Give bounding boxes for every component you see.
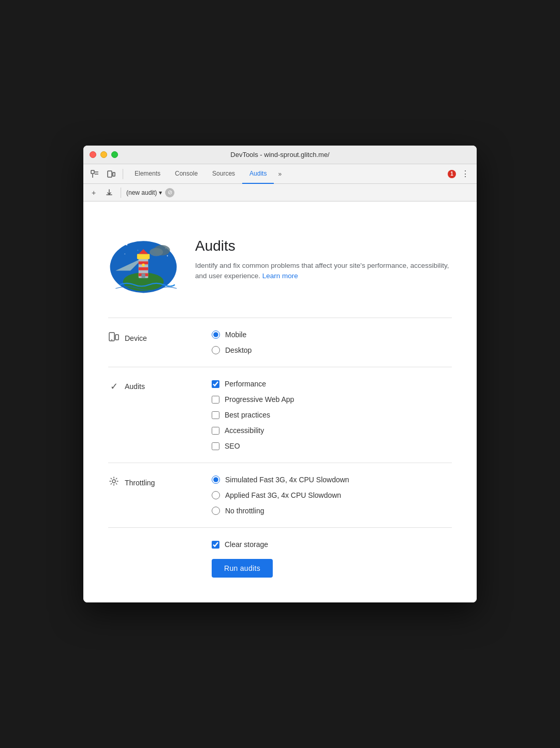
audits-options: Performance Progressive Web App Best pra… <box>212 380 294 450</box>
gear-icon <box>108 477 120 488</box>
tab-console[interactable]: Console <box>168 164 205 184</box>
svg-rect-2 <box>113 172 115 176</box>
audit-best-practices-label: Best practices <box>225 411 270 419</box>
audit-seo-label: SEO <box>225 442 240 450</box>
throttling-applied-radio[interactable] <box>212 491 220 499</box>
audit-accessibility-label: Accessibility <box>225 426 264 435</box>
device-mobile-label: Mobile <box>225 330 246 339</box>
audit-pwa-option[interactable]: Progressive Web App <box>212 395 294 404</box>
svg-point-26 <box>111 339 112 340</box>
svg-point-13 <box>150 248 163 256</box>
error-count: 1 <box>448 170 456 178</box>
maximize-button[interactable] <box>111 151 118 158</box>
audit-name: (new audit) <box>126 189 157 196</box>
audit-performance-checkbox[interactable] <box>212 380 219 388</box>
throttling-options: Simulated Fast 3G, 4x CPU Slowdown Appli… <box>212 476 349 515</box>
tab-bar: Elements Console Sources Audits » <box>127 164 286 184</box>
traffic-lights <box>90 151 118 158</box>
inspect-element-button[interactable] <box>87 167 102 181</box>
device-options: Mobile Desktop <box>212 330 252 354</box>
cancel-audit-button[interactable]: ⊘ <box>165 188 174 197</box>
audit-seo-option[interactable]: SEO <box>212 442 294 450</box>
audit-best-practices-checkbox[interactable] <box>212 411 219 419</box>
svg-point-9 <box>167 255 168 256</box>
device-desktop-option[interactable]: Desktop <box>212 346 252 354</box>
clear-storage-label: Clear storage <box>225 540 268 549</box>
audit-seo-checkbox[interactable] <box>212 442 219 450</box>
learn-more-link[interactable]: Learn more <box>262 272 298 280</box>
checkmark-icon: ✓ <box>108 381 120 392</box>
secondary-divider <box>121 188 121 198</box>
svg-rect-20 <box>137 254 150 259</box>
close-button[interactable] <box>90 151 96 158</box>
new-audit-button[interactable]: + <box>87 186 100 199</box>
more-options-button[interactable]: ⋮ <box>458 167 473 181</box>
hero-title: Audits <box>195 238 452 254</box>
svg-point-23 <box>142 264 145 267</box>
throttling-applied-option[interactable]: Applied Fast 3G, 4x CPU Slowdown <box>212 491 349 499</box>
audit-pwa-label: Progressive Web App <box>225 395 294 404</box>
main-content: Audits Identify and fix common problems … <box>83 202 477 602</box>
hero-section: Audits Identify and fix common problems … <box>108 218 452 301</box>
toolbar-divider <box>123 169 123 179</box>
hero-description: Identify and fix common problems that af… <box>195 261 452 282</box>
svg-point-4 <box>126 244 127 246</box>
device-toolbar-button[interactable] <box>104 167 119 181</box>
minimize-button[interactable] <box>100 151 107 158</box>
audit-accessibility-option[interactable]: Accessibility <box>212 426 294 435</box>
throttling-none-label: No throttling <box>225 507 264 515</box>
devtools-toolbar: Elements Console Sources Audits » 1 ⋮ <box>83 164 477 184</box>
svg-rect-18 <box>139 267 149 270</box>
device-desktop-radio[interactable] <box>212 346 220 354</box>
audit-performance-label: Performance <box>225 380 266 388</box>
svg-point-8 <box>124 254 125 254</box>
svg-point-27 <box>112 480 115 483</box>
devtools-window: DevTools - wind-sprout.glitch.me/ Elemen… <box>83 146 477 602</box>
tab-sources[interactable]: Sources <box>205 164 242 184</box>
audit-performance-option[interactable]: Performance <box>212 380 294 388</box>
tab-elements[interactable]: Elements <box>127 164 168 184</box>
dropdown-icon: ▾ <box>159 189 162 196</box>
device-mobile-radio[interactable] <box>212 330 220 339</box>
audit-best-practices-option[interactable]: Best practices <box>212 411 294 419</box>
svg-rect-1 <box>108 171 112 177</box>
device-desktop-label: Desktop <box>225 346 252 354</box>
lighthouse-illustration <box>108 218 179 301</box>
window-title: DevTools - wind-sprout.glitch.me/ <box>230 151 329 159</box>
svg-rect-0 <box>91 170 94 174</box>
device-label: Device <box>108 330 212 344</box>
title-bar: DevTools - wind-sprout.glitch.me/ <box>83 146 477 164</box>
throttling-label: Throttling <box>108 476 212 488</box>
throttling-none-option[interactable]: No throttling <box>212 507 349 515</box>
tab-audits[interactable]: Audits <box>242 164 274 184</box>
device-section: Device Mobile Desktop <box>108 318 452 367</box>
svg-point-11 <box>138 250 138 250</box>
device-icon <box>108 332 120 344</box>
audit-pwa-checkbox[interactable] <box>212 396 219 404</box>
hero-text: Audits Identify and fix common problems … <box>195 238 452 282</box>
svg-point-5 <box>134 239 135 240</box>
bottom-section: Clear storage Run audits <box>108 528 452 582</box>
svg-point-6 <box>156 240 157 242</box>
audit-accessibility-checkbox[interactable] <box>212 427 219 435</box>
audits-section: ✓ Audits Performance Progressive Web App… <box>108 367 452 463</box>
throttling-none-radio[interactable] <box>212 507 220 515</box>
error-badge: 1 <box>448 170 456 178</box>
clear-storage-checkbox[interactable] <box>212 541 219 549</box>
device-mobile-option[interactable]: Mobile <box>212 330 252 339</box>
download-button[interactable] <box>103 186 115 199</box>
throttling-simulated-label: Simulated Fast 3G, 4x CPU Slowdown <box>225 476 349 484</box>
tab-overflow-button[interactable]: » <box>274 164 286 184</box>
svg-point-10 <box>151 237 151 237</box>
audits-label: ✓ Audits <box>108 380 212 392</box>
secondary-toolbar: + (new audit) ▾ ⊘ <box>83 184 477 202</box>
svg-rect-22 <box>141 274 145 278</box>
audit-selector[interactable]: (new audit) ▾ <box>126 189 162 196</box>
throttling-section: Throttling Simulated Fast 3G, 4x CPU Slo… <box>108 463 452 528</box>
run-audits-button[interactable]: Run audits <box>212 559 273 578</box>
clear-storage-option[interactable]: Clear storage <box>212 540 268 549</box>
throttling-simulated-radio[interactable] <box>212 476 220 484</box>
throttling-simulated-option[interactable]: Simulated Fast 3G, 4x CPU Slowdown <box>212 476 349 484</box>
svg-rect-25 <box>115 335 119 340</box>
throttling-applied-label: Applied Fast 3G, 4x CPU Slowdown <box>225 491 341 499</box>
